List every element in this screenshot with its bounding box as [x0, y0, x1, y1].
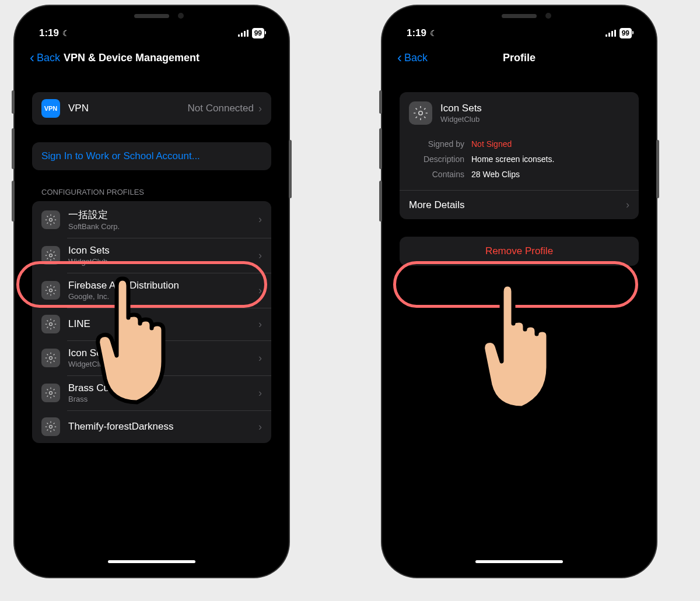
profile-subtitle: SoftBank Corp. [68, 222, 258, 231]
profile-title: Icon Sets [68, 245, 258, 256]
side-button [12, 128, 15, 169]
chevron-right-icon: › [258, 103, 262, 115]
svg-point-5 [50, 392, 52, 395]
svg-point-2 [50, 289, 52, 292]
profile-title: Icon Sets [440, 103, 629, 114]
profile-row[interactable]: Themify-forestDarkness › [32, 410, 271, 443]
status-time: 1:19 [407, 27, 426, 39]
side-button [12, 90, 15, 114]
dnd-moon-icon: ☾ [430, 29, 438, 38]
gear-icon [41, 246, 60, 265]
signin-row[interactable]: Sign In to Work or School Account... [32, 142, 271, 170]
gear-icon [41, 384, 60, 402]
vpn-status: Not Connected [188, 103, 254, 114]
profile-title: Icon Sets [68, 347, 258, 359]
side-button [289, 140, 292, 198]
profile-subtitle: WidgetClub [68, 257, 258, 266]
nav-bar: ‹ Back VPN & Device Management [23, 43, 281, 72]
more-details-row[interactable]: More Details › [400, 190, 639, 219]
side-button [12, 181, 15, 222]
gear-icon [41, 210, 60, 229]
dnd-moon-icon: ☾ [62, 29, 70, 38]
signed-by-value: Not Signed [471, 139, 629, 149]
phone-right: 1:19 ☾ 99 ‹ Back Profile Icon S [382, 6, 656, 577]
side-button [379, 128, 382, 169]
home-indicator[interactable] [108, 560, 195, 563]
chevron-left-icon: ‹ [397, 51, 402, 65]
back-label: Back [404, 52, 428, 64]
signed-by-label: Signed by [409, 139, 464, 149]
signal-icon [238, 30, 249, 37]
battery-icon: 99 [620, 28, 632, 38]
profile-title: 一括設定 [68, 208, 258, 222]
profile-title: Firebase App Distribution [68, 280, 258, 291]
profile-title: LINE [68, 318, 258, 330]
screen: 1:19 ☾ 99 ‹ Back Profile Icon S [390, 14, 648, 569]
chevron-right-icon: › [626, 199, 629, 211]
profile-row[interactable]: Firebase App Distribution Google, Inc. › [32, 273, 271, 308]
phone-notch [93, 6, 210, 26]
svg-point-1 [50, 254, 52, 257]
vpn-row[interactable]: VPN VPN Not Connected › [32, 92, 271, 125]
back-label: Back [37, 52, 60, 64]
svg-point-0 [50, 218, 52, 221]
chevron-right-icon: › [258, 249, 262, 262]
chevron-right-icon: › [258, 318, 262, 331]
gear-icon [409, 101, 432, 125]
chevron-right-icon: › [258, 284, 262, 297]
profile-subtitle: WidgetClub [68, 360, 258, 368]
description-value: Home screen iconsets. [471, 154, 629, 164]
back-button[interactable]: ‹ Back [397, 51, 428, 65]
contains-label: Contains [409, 170, 464, 179]
page-title: VPN & Device Management [64, 52, 200, 64]
profile-row[interactable]: LINE › [32, 308, 271, 340]
vpn-icon: VPN [41, 99, 60, 118]
battery-icon: 99 [252, 28, 264, 38]
svg-point-4 [50, 357, 52, 360]
profile-row[interactable]: Icon Sets WidgetClub › [32, 340, 271, 375]
profile-subtitle: Google, Inc. [68, 292, 258, 301]
back-button[interactable]: ‹ Back [30, 51, 60, 65]
chevron-right-icon: › [258, 421, 262, 433]
chevron-right-icon: › [258, 387, 262, 399]
profile-subtitle: Brass [68, 395, 258, 403]
svg-point-6 [50, 426, 52, 428]
signal-icon [606, 30, 616, 37]
gear-icon [41, 281, 60, 300]
screen: 1:19 ☾ 99 ‹ Back VPN & Device Management… [23, 14, 281, 569]
profile-row-icon-sets[interactable]: Icon Sets WidgetClub › [32, 238, 271, 273]
profile-title: Themify-forestDarkness [68, 421, 258, 433]
profile-title: Brass Custom Icons [68, 382, 258, 394]
svg-point-7 [419, 111, 423, 115]
chevron-right-icon: › [258, 213, 262, 226]
gear-icon [41, 417, 60, 436]
section-header: CONFIGURATION PROFILES [32, 188, 271, 201]
more-details-label: More Details [409, 199, 626, 211]
profile-row[interactable]: Brass Custom Icons Brass › [32, 375, 271, 410]
profile-subtitle: WidgetClub [440, 115, 629, 124]
profile-row[interactable]: 一括設定 SoftBank Corp. › [32, 201, 271, 238]
chevron-left-icon: ‹ [30, 51, 34, 65]
home-indicator[interactable] [475, 560, 563, 563]
side-button [379, 90, 382, 114]
svg-point-3 [50, 323, 52, 326]
status-time: 1:19 [39, 27, 59, 39]
remove-profile-button[interactable]: Remove Profile [400, 237, 639, 266]
profile-details: Signed by Not Signed Description Home sc… [400, 134, 639, 190]
contains-value: 28 Web Clips [471, 170, 629, 179]
profile-header: Icon Sets WidgetClub [400, 92, 639, 134]
nav-bar: ‹ Back Profile [390, 43, 648, 72]
gear-icon [41, 349, 60, 367]
gear-icon [41, 315, 60, 333]
signin-label: Sign In to Work or School Account... [41, 150, 262, 162]
side-button [379, 181, 382, 222]
phone-left: 1:19 ☾ 99 ‹ Back VPN & Device Management… [15, 6, 289, 577]
phone-notch [461, 6, 578, 26]
side-button [656, 140, 659, 198]
page-title: Profile [503, 52, 536, 64]
vpn-label: VPN [68, 103, 188, 114]
chevron-right-icon: › [258, 352, 262, 364]
description-label: Description [409, 154, 464, 164]
